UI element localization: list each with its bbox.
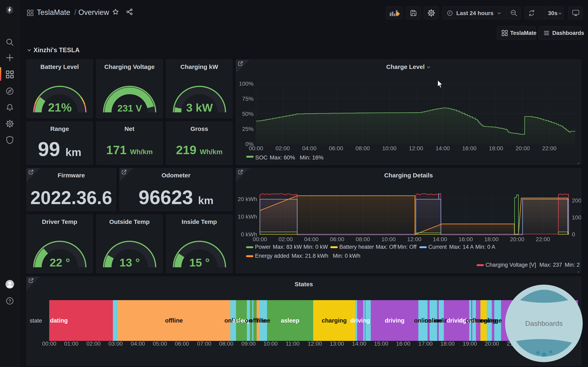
svg-text:21%: 21% [48, 101, 72, 114]
svg-text:12:00: 12:00 [407, 236, 421, 242]
svg-text:12:00: 12:00 [409, 145, 423, 151]
svg-text:22:00: 22:00 [542, 145, 557, 151]
svg-text:11:00: 11:00 [286, 341, 300, 347]
svg-text:200: 200 [572, 197, 581, 204]
svg-text:06:00: 06:00 [330, 236, 344, 242]
svg-text:18:00: 18:00 [489, 145, 503, 151]
svg-text:16:00: 16:00 [462, 145, 476, 151]
svg-text:04:00: 04:00 [131, 341, 145, 347]
svg-text:Min: Off: Min: Off [397, 244, 417, 250]
svg-text:22:00: 22:00 [536, 236, 550, 242]
svg-text:10:00: 10:00 [263, 341, 278, 347]
svg-text:12:00: 12:00 [308, 341, 322, 347]
svg-text:20 kWh: 20 kWh [238, 196, 257, 202]
svg-text:Max: 83 kW: Max: 83 kW [273, 244, 302, 250]
svg-text:ge: ge [495, 317, 502, 324]
svg-text:02:00: 02:00 [276, 145, 290, 151]
svg-text:22 °: 22 ° [50, 256, 70, 269]
svg-text:state: state [30, 317, 42, 324]
svg-text:07:00: 07:00 [197, 341, 211, 347]
svg-text:01:00: 01:00 [64, 341, 78, 347]
svg-text:06:00: 06:00 [175, 341, 189, 347]
svg-text:04:00: 04:00 [302, 145, 316, 151]
svg-text:100: 100 [572, 214, 581, 221]
svg-text:18:00: 18:00 [440, 341, 455, 347]
svg-text:75%: 75% [242, 96, 254, 102]
svg-text:04:00: 04:00 [304, 236, 319, 242]
svg-text:14:00: 14:00 [352, 341, 366, 347]
svg-text:asleep: asleep [281, 317, 299, 324]
svg-text:Battery heater: Battery heater [339, 244, 374, 250]
svg-text:100%: 100% [239, 81, 254, 87]
svg-text:00:00: 00:00 [42, 341, 56, 347]
svg-text:25%: 25% [242, 126, 254, 132]
svg-text:?: ? [9, 299, 11, 303]
svg-text:14:00: 14:00 [433, 236, 447, 242]
svg-text:02:00: 02:00 [278, 236, 293, 242]
svg-text:Charging Voltage [V]: Charging Voltage [V] [485, 262, 536, 268]
svg-text:16:00: 16:00 [396, 341, 410, 347]
svg-text:onlin: onlin [434, 317, 448, 324]
svg-text:Power: Power [255, 244, 271, 250]
svg-text:10 kWh: 10 kWh [238, 213, 257, 220]
svg-text:Min: 0 kW: Min: 0 kW [303, 244, 328, 250]
svg-text:09:00: 09:00 [241, 341, 256, 347]
svg-text:15:00: 15:00 [374, 341, 388, 347]
svg-text:Dashboards: Dashboards [525, 319, 562, 327]
svg-text:16:00: 16:00 [458, 236, 473, 242]
svg-text:3 kW: 3 kW [186, 101, 213, 114]
svg-text:driving: driving [350, 317, 370, 324]
svg-text:13:00: 13:00 [330, 341, 344, 347]
svg-text:Max: 14 A: Max: 14 A [449, 244, 474, 250]
svg-text:05:00: 05:00 [153, 341, 167, 347]
svg-text:0: 0 [572, 231, 575, 238]
svg-text:Current: Current [428, 244, 447, 250]
svg-text:08:00: 08:00 [356, 236, 370, 242]
svg-text:00:00: 00:00 [249, 145, 263, 151]
svg-text:14:00: 14:00 [435, 145, 450, 151]
svg-text:06:00: 06:00 [329, 145, 343, 151]
svg-text:driving: driving [385, 317, 405, 324]
svg-text:17:00: 17:00 [418, 341, 433, 347]
svg-text:Energy added: Energy added [255, 253, 289, 259]
svg-text:Max: Off: Max: Off [376, 244, 397, 250]
svg-text:13 °: 13 ° [120, 256, 140, 269]
svg-text:Min: 16%: Min: 16% [300, 154, 324, 161]
svg-text:18:00: 18:00 [484, 236, 499, 242]
svg-text:charging: charging [322, 317, 347, 324]
svg-text:15 °: 15 ° [189, 256, 210, 269]
svg-text:Min: 2: Min: 2 [565, 262, 580, 268]
svg-text:20:00: 20:00 [485, 341, 499, 347]
svg-text:20:00: 20:00 [510, 236, 524, 242]
svg-text:dating: dating [50, 317, 68, 324]
svg-text:20:00: 20:00 [516, 145, 530, 151]
svg-text:00:00: 00:00 [253, 236, 267, 242]
svg-text:08:00: 08:00 [355, 145, 370, 151]
svg-text:Max: 21.8 kWh: Max: 21.8 kWh [292, 253, 328, 259]
svg-text:10:00: 10:00 [382, 145, 397, 151]
svg-text:19:00: 19:00 [463, 341, 477, 347]
svg-text:02:00: 02:00 [86, 341, 101, 347]
svg-text:10:00: 10:00 [381, 236, 396, 242]
svg-text:nline: nline [256, 317, 270, 324]
svg-text:231 V: 231 V [117, 103, 142, 114]
svg-text:offline: offline [165, 317, 183, 324]
svg-text:Min: 0 kWh: Min: 0 kWh [333, 253, 360, 259]
svg-text:Min: 0 A: Min: 0 A [475, 244, 495, 250]
svg-text:Max: 237: Max: 237 [539, 262, 562, 268]
svg-text:08:00: 08:00 [219, 341, 233, 347]
svg-text:Max: 60%: Max: 60% [270, 154, 295, 161]
svg-text:50%: 50% [242, 111, 254, 117]
svg-text:03:00: 03:00 [108, 341, 123, 347]
svg-text:SOC: SOC [255, 154, 268, 161]
